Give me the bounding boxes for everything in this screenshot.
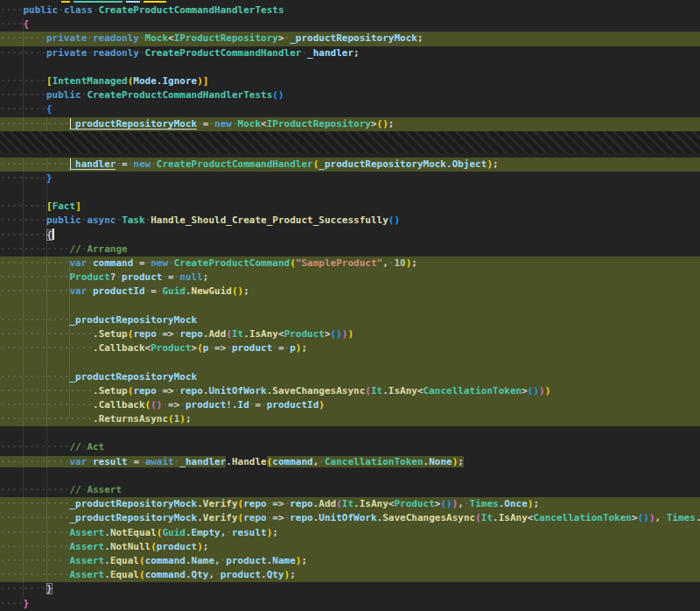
code-line[interactable]: ········public·async·Task·Handle_Should_… xyxy=(0,214,700,228)
code-token: ) xyxy=(486,158,493,170)
code-token: Verify xyxy=(203,498,238,509)
code-line[interactable]: ············_productRepositoryMock.Verif… xyxy=(0,497,700,511)
code-line[interactable]: ············_productRepositoryMock xyxy=(0,313,700,327)
whitespace-dot: · xyxy=(64,118,70,130)
whitespace-dot: · xyxy=(64,314,70,326)
code-token: ; xyxy=(417,32,424,44)
code-token: repo xyxy=(133,328,157,340)
code-token: IsAny xyxy=(249,328,278,340)
whitespace-dot: · xyxy=(40,172,46,184)
whitespace-dot: · xyxy=(64,158,70,170)
code-token: > xyxy=(371,118,377,130)
whitespace-dot: · xyxy=(18,243,24,255)
code-token: command xyxy=(272,456,312,467)
code-line[interactable]: ················.Setup(repo·=>·repo.Add(… xyxy=(0,327,700,341)
code-line[interactable]: ················.Callback(()·=>·product!… xyxy=(0,398,700,412)
code-line[interactable]: ············Assert.NotEqual(Guid.Empty,·… xyxy=(0,526,700,540)
deleted-lines-placeholder[interactable] xyxy=(0,131,700,153)
code-line[interactable]: ············Product?·product·=·null; xyxy=(0,270,700,284)
code-line[interactable]: ············_productRepositoryMock xyxy=(0,370,700,384)
code-line[interactable]: ············var·result·=·await·_handler.… xyxy=(0,455,700,469)
code-token: CreateProductCommandHandlerTests xyxy=(87,89,272,101)
code-token: ) xyxy=(197,541,203,552)
whitespace-dot: · xyxy=(87,342,93,354)
code-token: ; xyxy=(272,527,278,538)
code-token: () xyxy=(232,285,243,297)
whitespace-dot: · xyxy=(18,75,24,87)
whitespace-dot: · xyxy=(46,541,52,552)
code-line[interactable]: ············Assert.Equal(command.Name,·p… xyxy=(0,554,700,568)
code-line[interactable]: ········{ xyxy=(0,102,700,116)
code-line[interactable]: ········private·readonly·CreateProductCo… xyxy=(0,46,700,60)
code-line[interactable]: ············_handler·=·new·CreateProduct… xyxy=(0,158,700,172)
code-token: ( xyxy=(168,413,174,425)
code-token: private xyxy=(46,32,87,44)
code-line[interactable] xyxy=(0,60,700,74)
code-line[interactable] xyxy=(0,299,700,313)
whitespace-dot: · xyxy=(0,583,6,594)
code-token: ············ xyxy=(0,271,70,283)
whitespace-dot: · xyxy=(0,89,6,101)
code-token: IsAny xyxy=(499,512,528,523)
code-line[interactable]: ········} xyxy=(0,172,700,186)
code-editor[interactable]: ····public·class·CreateProductCommandHan… xyxy=(0,0,700,611)
code-token: () xyxy=(388,214,400,226)
whitespace-dot: · xyxy=(11,385,18,397)
code-token: It xyxy=(342,498,354,509)
code-token: _handler xyxy=(70,158,116,170)
whitespace-dot: · xyxy=(64,541,70,552)
code-line[interactable] xyxy=(0,355,700,369)
code-token: ) xyxy=(179,413,186,425)
code-token: ············ xyxy=(0,118,70,130)
code-line[interactable] xyxy=(0,426,700,440)
whitespace-dot: · xyxy=(87,413,93,425)
whitespace-dot: · xyxy=(18,555,24,566)
whitespace-dot: · xyxy=(46,371,52,383)
code-token: Times xyxy=(470,498,499,509)
whitespace-dot: · xyxy=(18,441,24,453)
code-line[interactable]: ········[Fact] xyxy=(0,200,700,214)
code-line[interactable]: ············_productRepositoryMock.Verif… xyxy=(0,511,700,525)
code-token: . xyxy=(203,328,209,340)
code-token: UnitOfWork xyxy=(318,512,376,523)
code-token: . xyxy=(354,498,360,509)
code-token: · xyxy=(87,47,93,59)
whitespace-dot: · xyxy=(40,541,46,552)
code-line[interactable]: ············_productRepositoryMock·=·new… xyxy=(0,117,700,131)
code-line[interactable]: ············var·command·=·new·CreateProd… xyxy=(0,256,700,270)
code-line[interactable]: ················.Callback<Product>(p·=>·… xyxy=(0,341,700,355)
code-line[interactable]: ············Assert.NotNull(product); xyxy=(0,540,700,554)
code-line[interactable]: ················.Setup(repo·=>·repo.Unit… xyxy=(0,384,700,398)
code-line[interactable]: ············var·productId·=·Guid.NewGuid… xyxy=(0,284,700,298)
code-token: Mock xyxy=(145,32,169,44)
whitespace-dot: · xyxy=(150,158,157,170)
code-line[interactable] xyxy=(0,186,700,200)
code-line[interactable]: ················.ReturnsAsync(1); xyxy=(0,412,700,426)
code-line[interactable]: ········} xyxy=(0,582,700,596)
code-token: NewGuid xyxy=(192,285,232,297)
whitespace-dot: · xyxy=(11,229,18,241)
code-line[interactable]: ········private·readonly·Mock<IProductRe… xyxy=(0,32,700,46)
code-line[interactable]: ············//·Assert xyxy=(0,483,700,497)
code-token: product xyxy=(157,541,197,552)
whitespace-dot: · xyxy=(0,229,6,241)
whitespace-dot: · xyxy=(40,257,46,269)
code-line[interactable]: ············Assert.Equal(command.Qty,·pr… xyxy=(0,568,700,582)
code-token: ············ xyxy=(0,555,70,566)
whitespace-dot: · xyxy=(29,229,35,241)
code-token: [ xyxy=(46,75,52,87)
code-token: ········ xyxy=(0,75,46,87)
code-line[interactable]: ····{ xyxy=(0,18,700,32)
code-token: ; xyxy=(203,541,209,552)
code-line[interactable]: ············//·Act xyxy=(0,440,700,454)
code-token: > xyxy=(325,328,331,340)
code-line[interactable]: ········public·CreateProductCommandHandl… xyxy=(0,88,700,102)
code-line[interactable] xyxy=(0,469,700,483)
code-line[interactable]: ····} xyxy=(0,597,700,611)
code-line[interactable]: ····public·class·CreateProductCommandHan… xyxy=(0,4,700,18)
code-token: · xyxy=(58,4,64,16)
code-line[interactable]: ········{ xyxy=(0,228,700,242)
whitespace-dot: · xyxy=(46,399,52,411)
code-line[interactable]: ········[IntentManaged(Mode.Ignore)] xyxy=(0,74,700,88)
code-line[interactable]: ············//·Arrange xyxy=(0,242,700,256)
